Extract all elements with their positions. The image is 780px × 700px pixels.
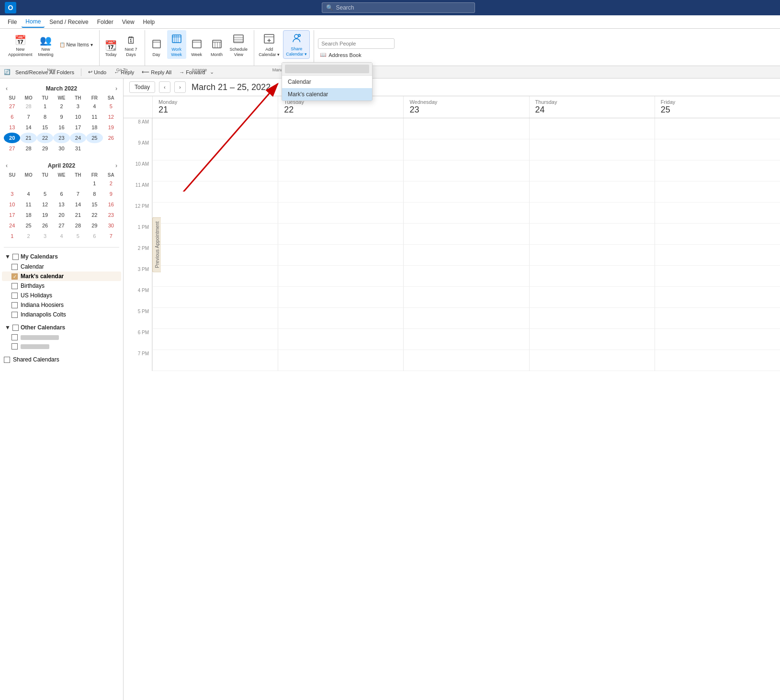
checkbox-other-cals[interactable] xyxy=(12,325,19,331)
march-day-cell[interactable]: 17 xyxy=(70,122,86,133)
march-day-cell[interactable] xyxy=(86,143,102,154)
other-calendars-header[interactable]: ▼ Other Calendars xyxy=(2,322,121,333)
cal-time-cell[interactable] xyxy=(278,287,403,308)
checkbox-my-cals[interactable] xyxy=(12,254,19,260)
april-day-cell[interactable]: 9 xyxy=(103,189,119,199)
april-day-cell[interactable]: 20 xyxy=(53,210,69,220)
cal-time-cell[interactable] xyxy=(403,350,529,371)
march-day-cell[interactable]: 26 xyxy=(103,133,119,143)
cal-time-cell[interactable] xyxy=(655,329,780,350)
birthdays-checkbox[interactable] xyxy=(11,283,18,289)
march-day-cell[interactable]: 25 xyxy=(86,133,102,143)
april-day-cell[interactable]: 15 xyxy=(86,199,102,210)
march-day-cell[interactable]: 22 xyxy=(37,133,53,143)
indiana-checkbox[interactable] xyxy=(11,302,18,308)
march-day-cell[interactable]: 9 xyxy=(53,112,69,122)
new-appointment-button[interactable]: 📅 NewAppointment xyxy=(6,30,35,59)
other-cal-2-checkbox[interactable] xyxy=(11,343,18,350)
cal-time-cell[interactable] xyxy=(655,245,780,266)
april-day-cell[interactable]: 19 xyxy=(37,210,53,220)
march-day-cell[interactable]: 23 xyxy=(53,133,69,143)
cal-time-cell[interactable] xyxy=(152,266,278,287)
april-prev-nav[interactable]: ‹ xyxy=(4,161,10,170)
cal-next-button[interactable]: › xyxy=(174,81,186,93)
april-day-cell[interactable]: 6 xyxy=(53,189,69,199)
day-view-button[interactable]: Day xyxy=(147,30,166,59)
cal-time-cell[interactable] xyxy=(655,118,780,139)
cal-time-cell[interactable] xyxy=(278,350,403,371)
calendar-item-us-holidays[interactable]: US Holidays xyxy=(2,291,121,300)
march-prev-nav[interactable]: ‹ xyxy=(4,84,10,93)
april-day-cell[interactable]: 12 xyxy=(37,199,53,210)
march-day-cell[interactable]: 27 xyxy=(4,143,20,154)
april-day-cell[interactable]: 29 xyxy=(86,220,102,231)
april-day-cell[interactable] xyxy=(4,178,20,189)
new-items-button[interactable]: 📋 New Items ▾ xyxy=(57,41,95,48)
april-day-cell[interactable]: 4 xyxy=(20,189,36,199)
march-day-cell[interactable]: 11 xyxy=(86,112,102,122)
march-day-cell[interactable]: 4 xyxy=(86,101,102,112)
march-day-cell[interactable]: 24 xyxy=(70,133,86,143)
april-day-cell[interactable]: 1 xyxy=(4,231,20,241)
april-day-cell[interactable]: 24 xyxy=(4,220,20,231)
april-day-cell[interactable]: 6 xyxy=(86,231,102,241)
april-day-cell[interactable]: 3 xyxy=(4,189,20,199)
calendar-item-colts[interactable]: Indianapolis Colts xyxy=(2,310,121,319)
cal-time-cell[interactable] xyxy=(278,329,403,350)
march-day-cell[interactable]: 2 xyxy=(53,101,69,112)
cal-time-cell[interactable] xyxy=(529,287,655,308)
april-day-cell[interactable]: 16 xyxy=(103,199,119,210)
cal-time-cell[interactable] xyxy=(152,139,278,160)
march-day-cell[interactable]: 12 xyxy=(103,112,119,122)
march-day-cell[interactable]: 13 xyxy=(4,122,20,133)
cal-time-cell[interactable] xyxy=(278,160,403,181)
march-day-cell[interactable]: 19 xyxy=(103,122,119,133)
march-day-cell[interactable]: 30 xyxy=(53,143,69,154)
cal-time-cell[interactable] xyxy=(529,118,655,139)
cal-time-cell[interactable] xyxy=(403,118,529,139)
march-day-cell[interactable]: 20 xyxy=(4,133,20,143)
march-next-nav[interactable]: › xyxy=(113,84,119,93)
cal-today-button[interactable]: Today xyxy=(129,81,155,93)
cal-time-cell[interactable] xyxy=(278,308,403,329)
cal-time-cell[interactable] xyxy=(152,160,278,181)
cal-time-cell[interactable] xyxy=(278,224,403,245)
menu-help[interactable]: Help xyxy=(139,17,159,27)
april-day-cell[interactable]: 7 xyxy=(70,189,86,199)
march-day-cell[interactable]: 10 xyxy=(70,112,86,122)
cal-time-cell[interactable] xyxy=(655,224,780,245)
march-day-cell[interactable]: 8 xyxy=(37,112,53,122)
march-day-cell[interactable]: 15 xyxy=(37,122,53,133)
menu-folder[interactable]: Folder xyxy=(93,17,117,27)
my-calendars-header[interactable]: ▼ My Calendars xyxy=(2,251,121,262)
cal-time-cell[interactable] xyxy=(403,266,529,287)
other-calendar-item-2[interactable] xyxy=(2,342,121,351)
calendar-item-calendar[interactable]: Calendar xyxy=(2,262,121,271)
april-day-cell[interactable]: 8 xyxy=(86,189,102,199)
april-day-cell[interactable]: 14 xyxy=(70,199,86,210)
april-day-cell[interactable]: 30 xyxy=(103,220,119,231)
prev-appointment-tab[interactable]: Previous Appointment xyxy=(152,217,161,272)
calendar-checkbox[interactable] xyxy=(11,264,18,270)
cal-time-cell[interactable] xyxy=(529,245,655,266)
cal-time-cell[interactable] xyxy=(655,308,780,329)
title-search[interactable]: 🔍 Search xyxy=(322,2,475,13)
april-day-cell[interactable]: 22 xyxy=(86,210,102,220)
april-day-cell[interactable]: 5 xyxy=(37,189,53,199)
cal-time-cell[interactable] xyxy=(529,350,655,371)
marks-checkbox[interactable]: ✓ xyxy=(11,273,18,280)
april-day-cell[interactable] xyxy=(53,178,69,189)
march-day-cell[interactable]: 14 xyxy=(20,122,36,133)
cal-time-cell[interactable] xyxy=(403,308,529,329)
other-cal-1-checkbox[interactable] xyxy=(11,334,18,340)
cal-time-cell[interactable] xyxy=(655,160,780,181)
dropdown-calendar-item[interactable]: Calendar xyxy=(282,76,372,88)
workweek-view-button[interactable]: WorkWeek xyxy=(167,30,186,59)
dropdown-marks-item[interactable]: Mark's calendar xyxy=(282,88,372,101)
april-day-cell[interactable]: 10 xyxy=(4,199,20,210)
calendar-item-birthdays[interactable]: Birthdays xyxy=(2,281,121,291)
march-day-cell[interactable]: 1 xyxy=(37,101,53,112)
april-day-cell[interactable] xyxy=(20,178,36,189)
cal-time-cell[interactable] xyxy=(655,181,780,203)
march-day-cell[interactable]: 21 xyxy=(20,133,36,143)
